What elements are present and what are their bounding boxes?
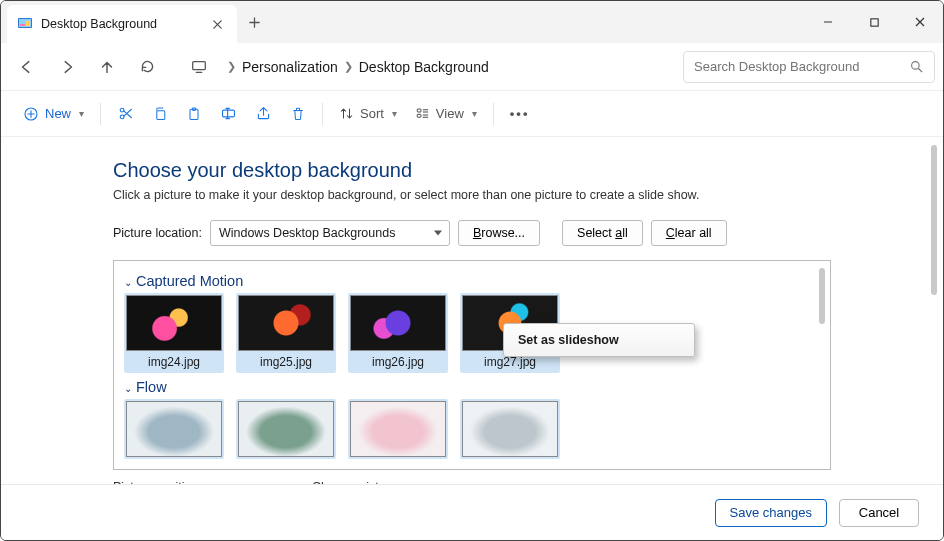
cancel-button[interactable]: Cancel [839,499,919,527]
cut-button[interactable] [109,98,142,130]
wallpaper-thumbnail[interactable] [348,399,448,459]
page-description: Click a picture to make it your desktop … [113,188,831,202]
tab-close-button[interactable] [209,16,225,32]
tab-title: Desktop Background [41,17,201,31]
svg-point-8 [120,115,124,119]
wallpaper-thumbnail[interactable]: img25.jpg [236,293,336,373]
share-icon [255,105,272,122]
plus-circle-icon [23,106,39,122]
wallpaper-thumbnail[interactable] [236,399,336,459]
thumbnail-caption: img25.jpg [238,351,334,371]
maximize-button[interactable] [851,1,897,43]
refresh-button[interactable] [129,49,165,85]
picture-location-row: Picture location: Windows Desktop Backgr… [113,220,831,246]
save-changes-button[interactable]: Save changes [715,499,827,527]
forward-button[interactable] [49,49,85,85]
toolbar-divider [100,103,101,125]
svg-point-9 [120,108,124,112]
delete-button[interactable] [282,98,314,130]
svg-point-6 [912,62,920,70]
search-box[interactable] [683,51,935,83]
sort-button[interactable]: Sort ▾ [331,98,405,130]
close-window-button[interactable] [897,1,943,43]
back-button[interactable] [9,49,45,85]
svg-rect-14 [417,109,421,112]
svg-rect-3 [26,21,30,26]
copy-button[interactable] [144,98,176,130]
wallpaper-thumbnail[interactable]: img24.jpg [124,293,224,373]
svg-rect-10 [157,110,165,119]
trash-icon [290,106,306,122]
tab-favicon-icon [17,16,33,32]
sort-label: Sort [360,106,384,121]
wallpaper-gallery: ⌄ Captured Motion img24.jpg img25.jpg im… [113,260,831,470]
toolbar-divider [322,103,323,125]
context-menu: Set as slideshow [503,323,695,357]
breadcrumb: ❯ Personalization ❯ Desktop Background [221,59,679,75]
content-area: Choose your desktop background Click a p… [1,137,943,484]
select-all-button[interactable]: Select all [562,220,643,246]
chevron-right-icon: ❯ [227,60,236,73]
view-icon [415,106,430,121]
clear-all-button[interactable]: Clear all [651,220,727,246]
dialog-footer: Save changes Cancel [1,484,943,540]
clipboard-icon [186,106,202,122]
up-button[interactable] [89,49,125,85]
chevron-down-icon: ▾ [392,108,397,119]
toolbar-divider [493,103,494,125]
rename-button[interactable] [212,98,245,130]
svg-rect-5 [193,61,206,69]
context-menu-item-set-slideshow[interactable]: Set as slideshow [506,329,692,351]
picture-location-label: Picture location: [113,226,202,240]
group-header-flow[interactable]: ⌄ Flow [124,373,820,399]
browse-button[interactable]: Browse... [458,220,540,246]
group-name: Flow [136,379,167,395]
wallpaper-thumbnail[interactable] [124,399,224,459]
breadcrumb-item[interactable]: Personalization [242,59,338,75]
copy-icon [152,106,168,122]
svg-rect-4 [870,18,877,25]
ellipsis-icon: ••• [510,106,530,121]
new-tab-button[interactable] [237,1,271,43]
rename-icon [220,105,237,122]
scissors-icon [117,105,134,122]
new-label: New [45,106,71,121]
page-title: Choose your desktop background [113,159,831,182]
browser-tab[interactable]: Desktop Background [7,5,237,43]
wallpaper-thumbnail[interactable] [460,399,560,459]
more-button[interactable]: ••• [502,98,538,130]
window-controls [805,1,943,43]
view-label: View [436,106,464,121]
new-button[interactable]: New ▾ [15,98,92,130]
svg-rect-15 [417,114,421,117]
chevron-right-icon: ❯ [344,60,353,73]
chevron-down-icon: ▾ [79,108,84,119]
minimize-button[interactable] [805,1,851,43]
thumbnail-row: img24.jpg img25.jpg img26.jpg img27.jpg [124,293,820,373]
sort-icon [339,106,354,121]
chevron-down-icon: ▾ [472,108,477,119]
svg-rect-2 [20,24,25,26]
picture-location-select[interactable]: Windows Desktop Backgrounds [210,220,450,246]
gallery-scrollbar[interactable] [815,262,829,468]
breadcrumb-item[interactable]: Desktop Background [359,59,489,75]
wallpaper-thumbnail[interactable]: img26.jpg [348,293,448,373]
share-button[interactable] [247,98,280,130]
navigation-bar: ❯ Personalization ❯ Desktop Background [1,43,943,91]
svg-rect-13 [223,110,235,117]
search-icon [909,59,924,74]
search-input[interactable] [694,59,901,74]
chevron-down-icon: ⌄ [124,383,132,394]
chevron-down-icon: ⌄ [124,277,132,288]
group-header-captured-motion[interactable]: ⌄ Captured Motion [124,267,820,293]
view-button[interactable]: View ▾ [407,98,485,130]
content-scrollbar[interactable] [927,137,941,484]
thumbnail-row [124,399,820,459]
this-pc-icon[interactable] [181,49,217,85]
paste-button[interactable] [178,98,210,130]
thumbnail-caption: img26.jpg [350,351,446,371]
thumbnail-caption: img24.jpg [126,351,222,371]
group-name: Captured Motion [136,273,243,289]
picture-location-value: Windows Desktop Backgrounds [219,226,395,240]
title-bar: Desktop Background [1,1,943,43]
